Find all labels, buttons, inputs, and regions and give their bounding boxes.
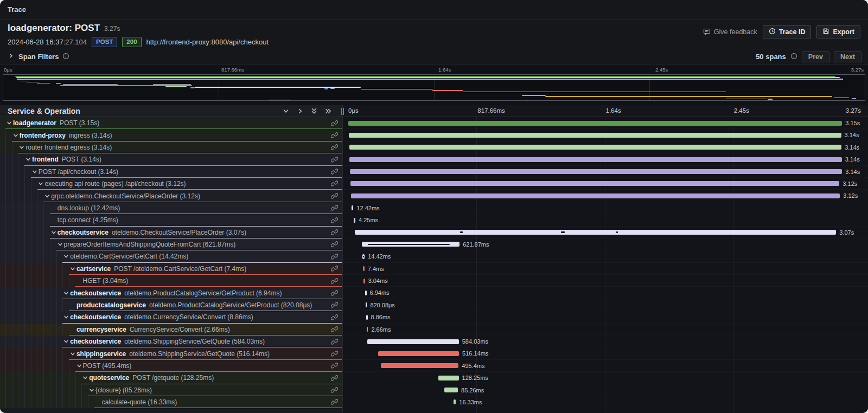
- span-row-label-cell[interactable]: dns.lookup (12.42ms): [0, 202, 342, 214]
- span-duration-bar[interactable]: [367, 327, 368, 332]
- span-duration-bar[interactable]: [349, 157, 841, 162]
- span-duration-bar[interactable]: [367, 339, 459, 344]
- expand-one-icon[interactable]: [296, 107, 304, 115]
- span-row-label-cell[interactable]: tcp.connect (4.25ms): [0, 214, 342, 226]
- collapse-toggle-icon[interactable]: [62, 250, 70, 262]
- span-duration-bar[interactable]: [381, 363, 458, 368]
- span-link-icon[interactable]: [331, 350, 338, 357]
- span-link-icon[interactable]: [331, 180, 338, 187]
- collapse-toggle-icon[interactable]: [69, 263, 76, 275]
- span-row-label-cell[interactable]: {closure} (85.26ms): [0, 384, 342, 396]
- span-link-icon[interactable]: [331, 265, 338, 272]
- next-span-button[interactable]: Next: [834, 51, 861, 62]
- span-duration-bar[interactable]: [362, 254, 365, 259]
- collapse-toggle-icon[interactable]: [37, 178, 44, 190]
- span-link-icon[interactable]: [331, 398, 338, 405]
- span-link-icon[interactable]: [331, 362, 338, 369]
- collapse-toggle-icon[interactable]: [81, 372, 89, 384]
- span-link-icon[interactable]: [331, 278, 338, 285]
- collapse-one-icon[interactable]: [282, 107, 290, 115]
- collapse-toggle-icon[interactable]: [12, 129, 20, 141]
- span-duration-bar[interactable]: [366, 315, 368, 320]
- span-filters-label[interactable]: Span Filters: [18, 53, 59, 61]
- span-link-icon[interactable]: [331, 144, 338, 151]
- span-row-label-cell[interactable]: frontend-proxyingress (3.14s): [0, 129, 342, 141]
- collapse-toggle-icon[interactable]: [5, 117, 13, 129]
- span-duration-bar[interactable]: [444, 388, 458, 392]
- span-row-label-cell[interactable]: frontendPOST (3.14s): [0, 153, 342, 165]
- span-row-label-cell[interactable]: loadgeneratorPOST (3.15s): [0, 117, 342, 129]
- span-row-label-cell[interactable]: shippingserviceoteldemo.ShippingService/…: [0, 347, 342, 359]
- span-row-label-cell[interactable]: currencyserviceCurrencyService/Convert (…: [0, 324, 342, 335]
- span-row-label-cell[interactable]: checkoutserviceoteldemo.CurrencyService/…: [0, 311, 342, 323]
- collapse-toggle-icon[interactable]: [75, 360, 83, 372]
- collapse-toggle-icon[interactable]: [24, 153, 32, 165]
- collapse-toggle-icon[interactable]: [50, 227, 58, 238]
- collapse-toggle-icon[interactable]: [69, 347, 76, 359]
- span-duration-bar[interactable]: [349, 145, 841, 150]
- span-row-label-cell[interactable]: POST (495.4ms): [0, 360, 342, 372]
- span-row-label-cell[interactable]: checkoutserviceoteldemo.CheckoutService/…: [0, 227, 342, 238]
- span-duration-bar[interactable]: [350, 169, 842, 174]
- span-row-label-cell[interactable]: oteldemo.CartService/GetCart (14.42ms): [0, 250, 342, 262]
- collapse-toggle-icon[interactable]: [18, 141, 25, 153]
- span-link-icon[interactable]: [331, 168, 338, 175]
- collapse-toggle-icon[interactable]: [62, 335, 70, 347]
- span-row-label-cell[interactable]: productcatalogserviceoteldemo.ProductCat…: [0, 299, 342, 311]
- give-feedback-link[interactable]: Give feedback: [703, 28, 757, 37]
- span-link-icon[interactable]: [331, 338, 338, 345]
- span-link-icon[interactable]: [331, 120, 338, 127]
- span-link-icon[interactable]: [331, 132, 338, 139]
- span-row-label-cell[interactable]: POST /api/checkout (3.14s): [0, 166, 342, 178]
- span-duration-bar[interactable]: [363, 266, 365, 271]
- info-icon[interactable]: [62, 53, 69, 61]
- collapse-toggle-icon[interactable]: [62, 287, 70, 299]
- span-link-icon[interactable]: [331, 241, 338, 248]
- span-duration-bar[interactable]: [349, 133, 841, 138]
- span-link-icon[interactable]: [331, 386, 338, 393]
- span-link-icon[interactable]: [331, 326, 338, 333]
- span-link-icon[interactable]: [331, 253, 338, 260]
- span-row-label-cell[interactable]: router frontend egress (3.14s): [0, 141, 342, 153]
- span-duration-bar[interactable]: [454, 399, 456, 404]
- span-row-label-cell[interactable]: quoteservicePOST /getquote (128.25ms): [0, 372, 342, 384]
- span-duration-bar[interactable]: [378, 351, 459, 356]
- span-row-label-cell[interactable]: checkoutserviceoteldemo.ProductCatalogSe…: [0, 287, 342, 299]
- collapse-toggle-icon[interactable]: [88, 384, 95, 396]
- span-duration-bar[interactable]: [352, 205, 354, 210]
- span-row-label-cell[interactable]: HGET (3.04ms): [0, 275, 342, 287]
- span-duration-bar[interactable]: [363, 279, 365, 283]
- export-button[interactable]: Export: [816, 25, 860, 38]
- collapse-toggle-icon[interactable]: [31, 166, 39, 178]
- span-link-icon[interactable]: [331, 289, 338, 296]
- expand-all-icon[interactable]: [324, 107, 332, 115]
- span-link-icon[interactable]: [331, 156, 338, 163]
- span-duration-bar[interactable]: [350, 181, 840, 186]
- span-row-label-cell[interactable]: checkoutserviceoteldemo.ShippingService/…: [0, 335, 342, 347]
- span-row-label-cell[interactable]: prepareOrderItemsAndShippingQuoteFromCar…: [0, 238, 342, 250]
- span-duration-bar[interactable]: [438, 376, 458, 380]
- span-link-icon[interactable]: [331, 217, 338, 224]
- span-row-label-cell[interactable]: grpc.oteldemo.CheckoutService/PlaceOrder…: [0, 190, 342, 202]
- span-duration-bar[interactable]: [355, 230, 836, 235]
- collapse-toggle-icon[interactable]: [56, 238, 64, 250]
- minimap-canvas[interactable]: [3, 74, 865, 101]
- span-link-icon[interactable]: [331, 192, 338, 199]
- span-duration-bar[interactable]: [351, 193, 840, 198]
- span-link-icon[interactable]: [331, 375, 338, 382]
- collapse-toggle-icon[interactable]: [62, 311, 70, 323]
- span-duration-bar[interactable]: [366, 302, 367, 307]
- chevron-right-icon[interactable]: [8, 53, 14, 61]
- span-link-icon[interactable]: [331, 229, 338, 236]
- trace-id-button[interactable]: Trace ID: [763, 25, 812, 38]
- span-link-icon[interactable]: [331, 301, 338, 308]
- info-icon[interactable]: [790, 53, 797, 61]
- prev-span-button[interactable]: Prev: [802, 51, 829, 62]
- span-row-label-cell[interactable]: cartservicePOST /oteldemo.CartService/Ge…: [0, 263, 342, 275]
- span-link-icon[interactable]: [331, 204, 338, 211]
- collapse-all-icon[interactable]: [310, 107, 318, 115]
- span-row-label-cell[interactable]: executing api route (pages) /api/checkou…: [0, 178, 342, 190]
- collapse-toggle-icon[interactable]: [43, 190, 51, 202]
- span-duration-bar[interactable]: [354, 218, 355, 223]
- span-row-label-cell[interactable]: calculate-quote (16.33ms): [0, 396, 342, 408]
